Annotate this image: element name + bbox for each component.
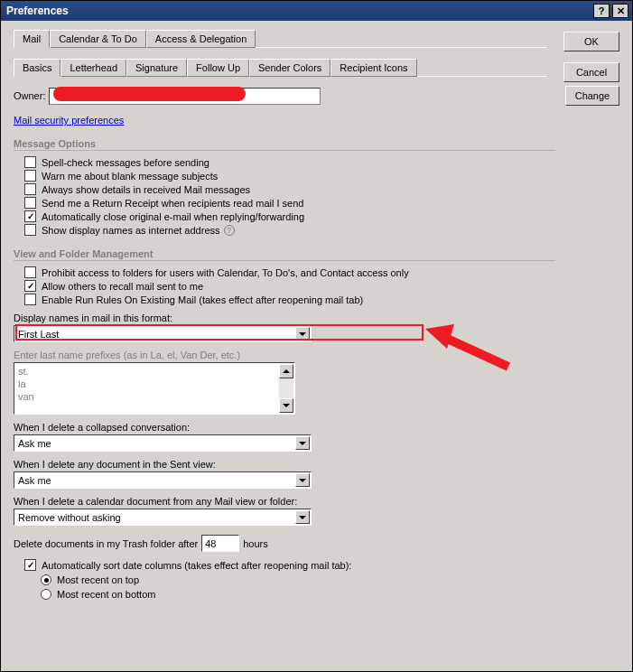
message-options-title: Message Options <box>14 138 555 151</box>
chk-show-details[interactable] <box>24 183 36 195</box>
lbl-recent-top: Most recent on top <box>57 574 139 585</box>
tab-basics[interactable]: Basics <box>14 59 61 77</box>
chk-run-rules[interactable] <box>24 294 36 305</box>
delete-sent-value: Ask me <box>18 475 51 486</box>
lbl-recent-bottom: Most recent on bottom <box>57 589 155 600</box>
chk-spellcheck[interactable] <box>24 156 36 168</box>
title-text: Preferences <box>6 5 69 17</box>
chk-internet-address[interactable] <box>24 224 36 236</box>
trash-post-label: hours <box>243 538 268 549</box>
view-folder-title: View and Folder Management <box>14 248 555 261</box>
redacted-owner <box>53 87 246 101</box>
scrollbar-track[interactable] <box>279 378 293 398</box>
delete-sent-select[interactable]: Ask me <box>14 471 312 489</box>
prefixes-label: Enter last name prefixes (as in La, el, … <box>14 350 619 360</box>
scroll-up-icon[interactable] <box>279 364 293 378</box>
tab-letterhead[interactable]: Letterhead <box>61 59 126 77</box>
lbl-spellcheck: Spell-check messages before sending <box>42 157 209 168</box>
trash-hours-input[interactable] <box>201 535 239 552</box>
scroll-down-icon[interactable] <box>279 398 293 413</box>
list-item: st. <box>18 365 278 378</box>
delete-calendar-label: When I delete a calendar document from a… <box>14 496 619 507</box>
chk-autosort[interactable] <box>24 559 36 571</box>
tab-sender[interactable]: Sender Colors <box>249 59 330 77</box>
display-format-value: First Last <box>18 329 59 340</box>
display-format-label: Display names in mail in this format: <box>14 313 619 323</box>
chevron-down-icon[interactable] <box>295 473 310 487</box>
lbl-allow-recall: Allow others to recall mail sent to me <box>42 281 203 292</box>
owner-label: Owner: <box>14 90 45 101</box>
chk-auto-close[interactable] <box>24 210 36 222</box>
preferences-dialog: Preferences ? ✕ OK Cancel Mail Calendar … <box>0 0 633 672</box>
list-item: van <box>18 390 278 403</box>
help-title-button[interactable]: ? <box>593 4 610 18</box>
delete-calendar-select[interactable]: Remove without asking <box>14 509 312 526</box>
list-item: la <box>18 378 278 390</box>
titlebar: Preferences ? ✕ <box>1 1 632 21</box>
chk-blank-subject[interactable] <box>24 170 36 182</box>
lbl-internet-address: Show display names as internet address <box>42 225 220 236</box>
main-tabs: Mail Calendar & To Do Access & Delegatio… <box>14 30 619 48</box>
mail-security-link[interactable]: Mail security preferences <box>14 115 124 126</box>
delete-collapsed-label: When I delete a collapsed conversation: <box>14 422 619 433</box>
sub-tabs: Basics Letterhead Signature Follow Up Se… <box>14 59 619 77</box>
radio-recent-top[interactable] <box>41 574 51 585</box>
chk-allow-recall[interactable] <box>24 280 36 292</box>
tab-mail[interactable]: Mail <box>14 30 50 48</box>
lbl-show-details: Always show details in received Mail mes… <box>42 184 250 195</box>
delete-collapsed-select[interactable]: Ask me <box>14 434 312 452</box>
close-title-button[interactable]: ✕ <box>612 4 628 18</box>
trash-pre-label: Delete documents in my Trash folder afte… <box>14 538 198 549</box>
lbl-prohibit-access: Prohibit access to folders for users wit… <box>42 267 409 278</box>
lbl-run-rules: Enable Run Rules On Existing Mail (takes… <box>42 294 363 305</box>
chevron-down-icon[interactable] <box>295 510 310 524</box>
tab-signature[interactable]: Signature <box>126 59 187 77</box>
display-format-select[interactable]: First Last <box>14 325 312 342</box>
chk-return-receipt[interactable] <box>24 197 36 209</box>
delete-collapsed-value: Ask me <box>18 438 51 449</box>
chevron-down-icon[interactable] <box>295 327 310 341</box>
prefixes-listbox[interactable]: st. la van <box>14 362 295 415</box>
radio-recent-bottom[interactable] <box>41 589 51 600</box>
delete-sent-label: When I delete any document in the Sent v… <box>14 459 619 470</box>
tab-recipient[interactable]: Recipient Icons <box>330 59 416 77</box>
lbl-auto-close: Automatically close original e-mail when… <box>42 211 304 222</box>
tab-calendar[interactable]: Calendar & To Do <box>50 30 146 48</box>
tab-access[interactable]: Access & Delegation <box>146 30 256 48</box>
delete-calendar-value: Remove without asking <box>18 512 121 523</box>
lbl-autosort: Automatically sort date columns (takes e… <box>42 560 351 571</box>
lbl-blank-subject: Warn me about blank message subjects <box>42 171 218 182</box>
tab-followup[interactable]: Follow Up <box>187 59 249 77</box>
change-button[interactable]: Change <box>565 86 619 106</box>
lbl-return-receipt: Send me a Return Receipt when recipients… <box>42 198 303 209</box>
chk-prohibit-access[interactable] <box>24 266 36 278</box>
help-icon[interactable]: ? <box>224 225 235 236</box>
chevron-down-icon[interactable] <box>295 436 310 450</box>
